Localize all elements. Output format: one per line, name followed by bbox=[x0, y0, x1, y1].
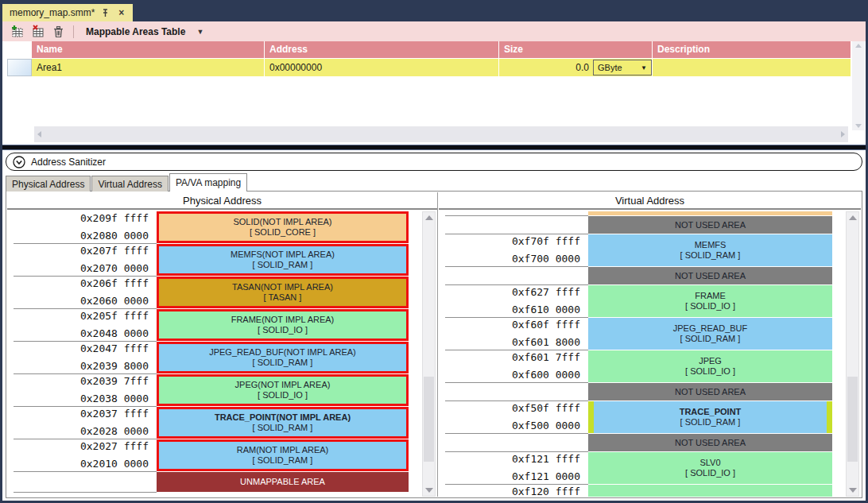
size-unit-dropdown[interactable]: GByte ▼ bbox=[593, 60, 652, 75]
table-vertical-scrollbar[interactable] bbox=[852, 41, 865, 130]
block-column-cell: NOT USED AREA bbox=[588, 434, 832, 452]
memory-block-solid-not-impl-area-[interactable]: SOLID(NOT IMPL AREA)[ SOLID_CORE ] bbox=[157, 211, 409, 243]
physical-scrollbar[interactable] bbox=[422, 211, 436, 497]
address-column-cell: 0x206f ffff0x2060 0000 bbox=[14, 277, 157, 309]
memory-block-jpeg-not-impl-area-[interactable]: JPEG(NOT IMPL AREA)[ SOLID_IO ] bbox=[157, 374, 409, 406]
collapse-chevron-icon[interactable] bbox=[13, 156, 25, 168]
memory-row: NOT USED AREA bbox=[439, 383, 843, 401]
document-tab-bar: memory_map.smm* × bbox=[2, 2, 866, 21]
block-column-cell: FRAME(NOT IMPL AREA)[ SOLID_IO ] bbox=[157, 309, 409, 342]
memory-row: 0x2047 ffff0x2039 8000JPEG_READ_BUF(NOT … bbox=[7, 342, 420, 374]
address-column-cell bbox=[14, 472, 157, 493]
pin-icon[interactable] bbox=[100, 8, 110, 18]
pane-splitter[interactable] bbox=[2, 145, 866, 150]
address-low: 0xf610 0000 bbox=[512, 304, 580, 315]
memory-block-jpeg[interactable]: JPEG[ SOLID_IO ] bbox=[588, 350, 832, 382]
scroll-down-arrow-icon[interactable] bbox=[425, 488, 433, 493]
scroll-down-arrow-icon[interactable] bbox=[849, 488, 857, 493]
memory-block-not-used-area[interactable]: NOT USED AREA bbox=[588, 267, 832, 284]
mappable-areas-table: Name Address Size Description Area1 0x00… bbox=[2, 41, 866, 145]
memory-block-ram-not-impl-area-[interactable]: RAM(NOT IMPL AREA)[ SOLID_RAM ] bbox=[157, 439, 409, 471]
address-column-cell bbox=[445, 267, 588, 285]
trash-icon[interactable] bbox=[50, 24, 66, 40]
column-header-name[interactable]: Name bbox=[32, 41, 265, 58]
table-type-label: Mappable Areas Table bbox=[86, 26, 185, 37]
column-header-address[interactable]: Address bbox=[265, 41, 499, 58]
memory-block-unmappable-area[interactable]: UNMAPPABLE AREA bbox=[157, 472, 409, 492]
close-tab-icon[interactable]: × bbox=[116, 8, 126, 18]
memory-block-partial[interactable] bbox=[588, 485, 832, 497]
row-selector-cell[interactable] bbox=[7, 59, 32, 76]
size-value[interactable]: 0.0 bbox=[504, 62, 593, 73]
memory-block-memfs-not-impl-area-[interactable]: MEMFS(NOT IMPL AREA)[ SOLID_RAM ] bbox=[157, 244, 409, 276]
block-column-cell: TRACE_POINT[ SOLID_RAM ] bbox=[588, 401, 832, 434]
address-low: 0x2010 0000 bbox=[80, 458, 149, 470]
memory-row: 0xf627 ffff0xf610 0000FRAME[ SOLID_IO ] bbox=[439, 285, 843, 318]
memory-block-jpeg-read-buf[interactable]: JPEG_READ_BUF[ SOLID_RAM ] bbox=[588, 318, 832, 350]
add-table-icon[interactable] bbox=[9, 24, 25, 40]
memory-block-slv0[interactable]: SLV0[ SOLID_IO ] bbox=[588, 452, 832, 484]
address-column-cell bbox=[445, 383, 588, 401]
memory-block-not-used-area[interactable]: NOT USED AREA bbox=[588, 216, 832, 234]
memory-block-trace-point[interactable]: TRACE_POINT[ SOLID_RAM ] bbox=[588, 401, 832, 433]
address-sanitizer-header[interactable]: Address Sanitizer bbox=[6, 153, 862, 171]
address-low: 0xf500 0000 bbox=[512, 420, 580, 431]
cell-size[interactable]: 0.0 GByte ▼ bbox=[499, 59, 653, 76]
block-label: MEMFS(NOT IMPL AREA) bbox=[231, 250, 335, 260]
tab-pa-va-mapping[interactable]: PA/VA mapping bbox=[169, 173, 247, 192]
memory-block-tasan-not-impl-area-[interactable]: TASAN(NOT IMPL AREA)[ TASAN ] bbox=[157, 277, 409, 308]
cell-address[interactable]: 0x00000000 bbox=[265, 59, 499, 76]
memory-block-frame[interactable]: FRAME[ SOLID_IO ] bbox=[588, 285, 832, 317]
address-column-cell: 0xf50f ffff0xf500 0000 bbox=[445, 401, 588, 434]
memory-block-trace-point-not-impl-area-[interactable]: TRACE_POINT(NOT IMPL AREA)[ SOLID_RAM ] bbox=[157, 407, 409, 439]
memory-block-memfs[interactable]: MEMFS[ SOLID_RAM ] bbox=[588, 234, 832, 266]
block-column-cell: MEMFS(NOT IMPL AREA)[ SOLID_RAM ] bbox=[157, 244, 409, 277]
physical-address-panel: Physical Address 0x209f ffff0x2080 0000S… bbox=[7, 192, 438, 497]
toolbar-separator bbox=[73, 25, 74, 38]
virtual-rows: NOT USED AREA0xf70f ffff0xf700 0000MEMFS… bbox=[439, 211, 843, 497]
table-type-dropdown[interactable]: Mappable Areas Table ▼ bbox=[81, 26, 208, 37]
table-horizontal-scrollbar[interactable] bbox=[34, 126, 848, 142]
scroll-left-arrow-icon[interactable] bbox=[37, 131, 41, 137]
memory-block-strip[interactable] bbox=[588, 211, 832, 215]
scrollbar-thumb[interactable] bbox=[424, 377, 434, 462]
address-low: 0x2038 0000 bbox=[80, 393, 149, 404]
block-mapping: [ SOLID_IO ] bbox=[685, 468, 735, 478]
block-label: JPEG_READ_BUF bbox=[673, 323, 748, 334]
memory-block-jpeg-read-buf-not-impl-area-[interactable]: JPEG_READ_BUF(NOT IMPL AREA)[ SOLID_RAM … bbox=[157, 342, 409, 373]
tab-physical-address[interactable]: Physical Address bbox=[6, 176, 91, 192]
block-mapping: [ SOLID_RAM ] bbox=[253, 423, 313, 433]
table-row: Area1 0x00000000 0.0 GByte ▼ bbox=[7, 59, 851, 76]
delete-table-icon[interactable] bbox=[29, 24, 45, 40]
document-tab[interactable]: memory_map.smm* × bbox=[2, 4, 133, 21]
block-column-cell: JPEG_READ_BUF[ SOLID_RAM ] bbox=[588, 318, 832, 350]
scroll-down-arrow-icon[interactable] bbox=[855, 124, 862, 128]
virtual-scrollbar[interactable] bbox=[846, 211, 859, 497]
memory-block-not-used-area[interactable]: NOT USED AREA bbox=[588, 434, 832, 451]
scrollbar-thumb[interactable] bbox=[847, 377, 858, 462]
block-label: JPEG(NOT IMPL AREA) bbox=[235, 380, 331, 390]
scroll-up-arrow-icon[interactable] bbox=[849, 215, 857, 220]
address-high: 0xf601 7fff bbox=[512, 351, 580, 363]
block-mapping: [ SOLID_RAM ] bbox=[680, 250, 741, 261]
column-header-description[interactable]: Description bbox=[653, 41, 851, 58]
block-label: NOT USED AREA bbox=[675, 271, 746, 281]
virtual-address-panel: Virtual Address NOT USED AREA0xf70f ffff… bbox=[439, 192, 861, 497]
block-mapping: [ TASAN ] bbox=[264, 292, 302, 303]
block-label: NOT USED AREA bbox=[675, 387, 746, 397]
scroll-right-arrow-icon[interactable] bbox=[841, 131, 845, 137]
cell-description[interactable] bbox=[653, 59, 851, 76]
address-low: 0xf121 0000 bbox=[512, 470, 580, 482]
scroll-up-arrow-icon[interactable] bbox=[425, 215, 433, 220]
address-column-cell: 0xf627 ffff0xf610 0000 bbox=[445, 285, 588, 318]
block-label: RAM(NOT IMPL AREA) bbox=[237, 445, 329, 455]
address-column-cell bbox=[445, 434, 588, 452]
block-label: NOT USED AREA bbox=[675, 438, 746, 448]
memory-row: NOT USED AREA bbox=[439, 267, 843, 285]
tab-virtual-address[interactable]: Virtual Address bbox=[91, 176, 169, 192]
column-header-size[interactable]: Size bbox=[499, 41, 653, 58]
scroll-up-arrow-icon[interactable] bbox=[855, 44, 862, 48]
cell-name[interactable]: Area1 bbox=[32, 59, 265, 76]
memory-block-not-used-area[interactable]: NOT USED AREA bbox=[588, 383, 832, 400]
memory-block-frame-not-impl-area-[interactable]: FRAME(NOT IMPL AREA)[ SOLID_IO ] bbox=[157, 309, 409, 341]
